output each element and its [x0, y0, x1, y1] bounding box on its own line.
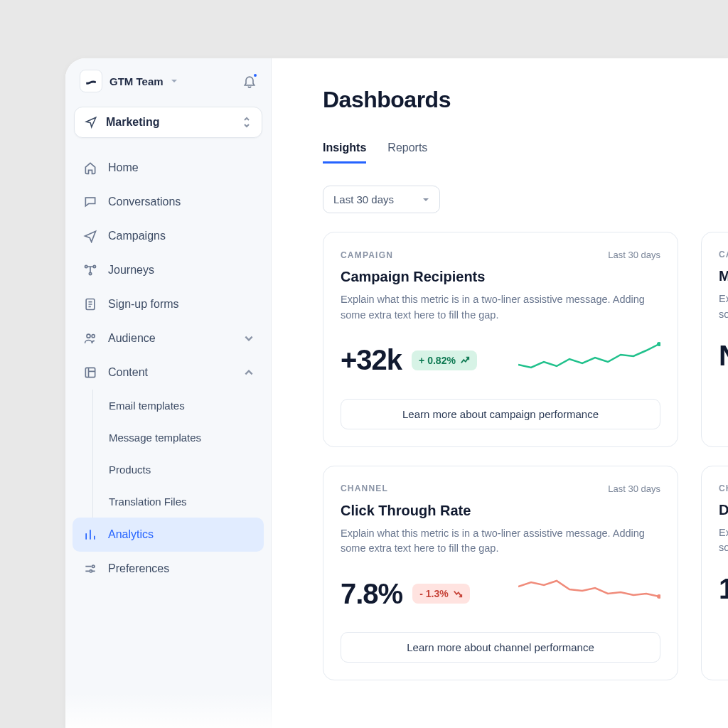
sparkline-down — [518, 574, 660, 614]
nav-item-audience[interactable]: Audience — [73, 321, 264, 355]
nav-item-campaigns[interactable]: Campaigns — [73, 219, 264, 253]
content-subnav: Email templates Message templates Produc… — [92, 390, 264, 518]
nav-item-content[interactable]: Content — [73, 355, 264, 390]
card-peek-right: CA M Exso N — [701, 232, 728, 447]
chevron-up-icon — [244, 368, 254, 378]
card-range: Last 30 days — [608, 483, 660, 494]
nav-label: Audience — [108, 332, 156, 345]
layout-icon — [82, 365, 98, 380]
nav-label: Content — [108, 366, 148, 379]
svg-point-1 — [93, 265, 95, 267]
card-title: Campaign Recipients — [341, 269, 660, 285]
card-description: Explain what this metric is in a two-lin… — [341, 292, 660, 323]
card-eyebrow: CHANNEL — [341, 483, 388, 493]
nav-label: Sign-up forms — [108, 298, 179, 311]
nav-item-analytics[interactable]: Analytics — [73, 518, 264, 552]
notification-dot-icon — [252, 73, 258, 78]
svg-point-5 — [92, 335, 95, 338]
delta-value: - 1.3% — [419, 588, 448, 599]
trend-up-icon — [460, 355, 470, 365]
svg-point-2 — [89, 272, 91, 274]
card-eyebrow: CA — [719, 250, 726, 259]
card-title: M — [719, 268, 726, 284]
space-selector[interactable]: Marketing — [74, 107, 262, 138]
chevron-down-icon — [244, 333, 254, 343]
main-content: Dashboards Insights Reports Last 30 days… — [272, 58, 728, 728]
card-range: Last 30 days — [608, 250, 660, 260]
card-eyebrow: CH — [719, 483, 726, 493]
card-description: Explain what this metric is in a two-lin… — [341, 526, 660, 557]
app-shell: GTM Team Marketing — [65, 58, 728, 728]
nav-label: Campaigns — [108, 230, 166, 242]
subnav-message-templates[interactable]: Message templates — [96, 422, 264, 454]
form-icon — [82, 297, 98, 311]
trend-down-icon — [453, 589, 463, 599]
chat-icon — [82, 195, 98, 209]
delta-badge-down: - 1.3% — [412, 584, 469, 604]
card-title: Click Through Rate — [341, 503, 660, 519]
nav-item-preferences[interactable]: Preferences — [73, 552, 264, 586]
sort-updown-icon — [242, 116, 252, 129]
svg-point-7 — [92, 565, 95, 567]
tab-insights[interactable]: Insights — [323, 141, 366, 164]
cards-row: CHANNEL Last 30 days Click Through Rate … — [323, 466, 728, 681]
paper-plane-icon — [85, 116, 97, 129]
nav-item-home[interactable]: Home — [73, 151, 264, 185]
nav-item-journeys[interactable]: Journeys — [73, 253, 264, 287]
card-description: Exso — [719, 291, 726, 323]
caret-down-icon — [422, 196, 429, 203]
delta-badge-up: + 0.82% — [412, 350, 477, 370]
bar-chart-icon — [82, 528, 98, 542]
metric-value: 1 — [719, 573, 726, 605]
subnav-products[interactable]: Products — [96, 454, 264, 486]
svg-point-10 — [657, 594, 660, 599]
sidebar: GTM Team Marketing — [65, 58, 272, 728]
sliders-icon — [82, 562, 98, 576]
workspace-logo-icon — [80, 70, 102, 92]
metric-value: +32k — [341, 344, 402, 376]
card-campaign-recipients: CAMPAIGN Last 30 days Campaign Recipient… — [323, 232, 678, 447]
tab-reports[interactable]: Reports — [387, 141, 427, 164]
primary-nav: Home Conversations Campaigns Journeys Si… — [65, 144, 271, 586]
card-cta-button[interactable]: Learn more about campaign performance — [341, 399, 660, 429]
date-range-label: Last 30 days — [333, 193, 394, 205]
nav-item-signup-forms[interactable]: Sign-up forms — [73, 287, 264, 321]
date-range-select[interactable]: Last 30 days — [323, 186, 440, 213]
page-title: Dashboards — [323, 87, 728, 113]
metric-value: N — [719, 340, 726, 372]
subnav-email-templates[interactable]: Email templates — [96, 390, 264, 422]
nav-label: Home — [108, 161, 139, 174]
workspace-name: GTM Team — [109, 75, 164, 87]
nav-label: Conversations — [108, 196, 181, 208]
card-description: Exso — [719, 525, 726, 557]
tabs: Insights Reports — [323, 141, 728, 164]
send-icon — [82, 229, 98, 243]
nav-label: Journeys — [108, 264, 154, 277]
svg-point-8 — [90, 570, 92, 572]
subnav-translation-files[interactable]: Translation Files — [96, 486, 264, 518]
card-click-through-rate: CHANNEL Last 30 days Click Through Rate … — [323, 466, 678, 681]
svg-point-0 — [85, 265, 87, 267]
nav-item-conversations[interactable]: Conversations — [73, 185, 264, 219]
sparkline-up — [518, 341, 660, 380]
card-cta-button[interactable]: Learn more about channel performance — [341, 632, 660, 663]
card-title: D — [719, 502, 726, 518]
card-eyebrow: CAMPAIGN — [341, 250, 393, 260]
space-selector-label: Marketing — [106, 116, 160, 129]
delta-value: + 0.82% — [419, 355, 456, 366]
caret-down-icon — [171, 77, 178, 85]
flow-icon — [82, 263, 98, 277]
people-icon — [82, 331, 98, 346]
metric-value: 7.8% — [341, 578, 402, 610]
home-icon — [82, 161, 98, 175]
workspace-switcher[interactable]: GTM Team — [65, 58, 271, 95]
svg-rect-6 — [85, 368, 95, 377]
card-peek-right: CH D Exso 1 — [701, 466, 728, 681]
nav-label: Analytics — [108, 528, 154, 541]
svg-point-4 — [87, 334, 90, 338]
notifications-bell-icon[interactable] — [242, 74, 257, 88]
nav-label: Preferences — [108, 562, 169, 575]
cards-row: CAMPAIGN Last 30 days Campaign Recipient… — [323, 232, 728, 447]
